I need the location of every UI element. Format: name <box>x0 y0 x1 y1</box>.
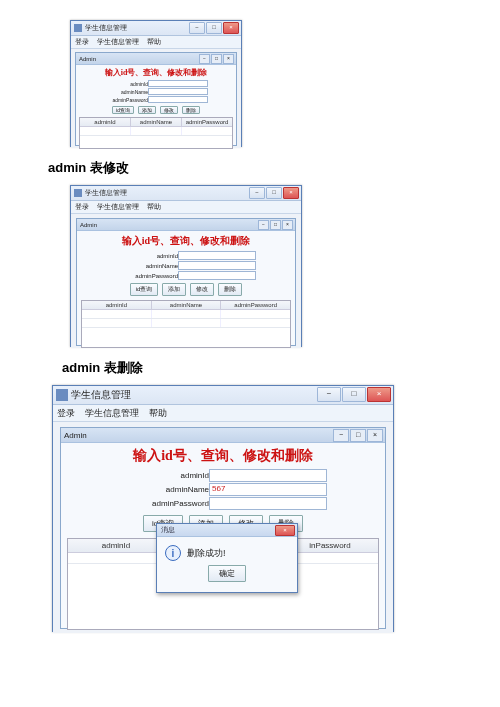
internal-close[interactable]: × <box>367 429 383 442</box>
col-adminpw[interactable]: adminPassword <box>182 118 232 126</box>
internal-min[interactable]: − <box>199 54 210 64</box>
menu-login[interactable]: 登录 <box>75 37 89 47</box>
internal-title: Admin <box>64 431 87 440</box>
label-adminname: adminName <box>116 263 178 269</box>
id-search-button[interactable]: id查询 <box>112 106 134 114</box>
internal-frame-admin: Admin − □ × 输入id号、查询、修改和删除 adminId admin… <box>76 218 296 346</box>
internal-frame-admin: Admin − □ × 输入id号、查询、修改和删除 adminId admin… <box>60 427 386 629</box>
app-icon <box>74 189 82 197</box>
close-button[interactable]: × <box>223 22 239 34</box>
menu-student[interactable]: 学生信息管理 <box>97 37 139 47</box>
close-button[interactable]: × <box>283 187 299 199</box>
input-adminpw[interactable] <box>148 96 208 103</box>
app-title: 学生信息管理 <box>85 188 127 198</box>
internal-close[interactable]: × <box>282 220 293 230</box>
internal-titlebar[interactable]: Admin − □ × <box>61 428 385 443</box>
internal-max[interactable]: □ <box>211 54 222 64</box>
dialog-titlebar[interactable]: 消息 × <box>157 524 297 537</box>
internal-title: Admin <box>79 56 96 62</box>
internal-close[interactable]: × <box>223 54 234 64</box>
modify-button[interactable]: 修改 <box>160 106 178 114</box>
col-adminid[interactable]: adminId <box>82 301 152 309</box>
table-row[interactable] <box>82 310 290 319</box>
menu-help[interactable]: 帮助 <box>147 202 161 212</box>
input-adminpw[interactable] <box>178 271 256 280</box>
app-icon <box>74 24 82 32</box>
menu-login[interactable]: 登录 <box>75 202 89 212</box>
app-title: 学生信息管理 <box>71 388 131 402</box>
label-adminid: adminId <box>119 471 209 480</box>
message-dialog: 消息 × i 删除成功! 确定 <box>156 523 298 593</box>
minimize-button[interactable]: − <box>249 187 265 199</box>
col-adminid[interactable]: adminId <box>80 118 131 126</box>
internal-frame-admin: Admin − □ × 输入id号、查询、修改和删除 adminId admin… <box>75 52 237 146</box>
minimize-button[interactable]: − <box>317 387 341 402</box>
delete-button[interactable]: 删除 <box>182 106 200 114</box>
info-icon: i <box>165 545 181 561</box>
menubar: 登录 学生信息管理 帮助 <box>71 201 301 214</box>
input-adminid[interactable] <box>209 469 327 482</box>
titlebar[interactable]: 学生信息管理 − □ × <box>53 386 393 405</box>
maximize-button[interactable]: □ <box>342 387 366 402</box>
menubar: 登录 学生信息管理 帮助 <box>53 405 393 422</box>
menu-student[interactable]: 学生信息管理 <box>97 202 139 212</box>
internal-titlebar[interactable]: Admin − □ × <box>77 219 295 231</box>
col-adminname[interactable]: adminName <box>152 301 222 309</box>
maximize-button[interactable]: □ <box>266 187 282 199</box>
add-button[interactable]: 添加 <box>138 106 156 114</box>
menu-help[interactable]: 帮助 <box>147 37 161 47</box>
menu-student[interactable]: 学生信息管理 <box>85 407 139 420</box>
col-adminname[interactable]: adminName <box>131 118 182 126</box>
admin-table[interactable]: adminId adminName adminPassword <box>81 300 291 348</box>
window-admin-small1: 学生信息管理 − □ × 登录 学生信息管理 帮助 Admin − □ × 输入… <box>70 20 242 147</box>
col-adminid[interactable]: adminId <box>68 539 165 552</box>
input-adminname[interactable]: 567 <box>209 483 327 496</box>
table-row[interactable] <box>82 319 290 328</box>
add-button[interactable]: 添加 <box>162 283 186 296</box>
dialog-ok-button[interactable]: 确定 <box>208 565 246 582</box>
modify-button[interactable]: 修改 <box>190 283 214 296</box>
col-adminpw[interactable]: adminPassword <box>221 301 290 309</box>
delete-button[interactable]: 删除 <box>218 283 242 296</box>
menu-help[interactable]: 帮助 <box>149 407 167 420</box>
label-adminname: adminName <box>119 485 209 494</box>
internal-title: Admin <box>80 222 97 228</box>
minimize-button[interactable]: − <box>189 22 205 34</box>
label-adminpw: adminPassword <box>116 273 178 279</box>
button-row: id查询 添加 修改 删除 <box>77 283 295 296</box>
input-adminpw[interactable] <box>209 497 327 510</box>
label-adminpw: adminPassword <box>104 97 148 103</box>
admin-table[interactable]: adminId adminName adminPassword <box>79 117 233 149</box>
panel-heading: 输入id号、查询、修改和删除 <box>76 65 236 79</box>
panel-heading: 输入id号、查询、修改和删除 <box>61 443 385 468</box>
input-adminid[interactable] <box>148 80 208 87</box>
workarea: Admin − □ × 输入id号、查询、修改和删除 adminId admin… <box>71 214 301 348</box>
internal-max[interactable]: □ <box>270 220 281 230</box>
maximize-button[interactable]: □ <box>206 22 222 34</box>
id-search-button[interactable]: id查询 <box>130 283 159 296</box>
internal-min[interactable]: − <box>333 429 349 442</box>
input-adminname[interactable] <box>148 88 208 95</box>
section-title-delete: admin 表删除 <box>62 359 460 377</box>
window-admin-modify: 学生信息管理 − □ × 登录 学生信息管理 帮助 Admin − □ × 输入… <box>70 185 302 347</box>
workarea: Admin − □ × 输入id号、查询、修改和删除 adminId admin… <box>71 49 241 148</box>
internal-max[interactable]: □ <box>350 429 366 442</box>
app-title: 学生信息管理 <box>85 23 127 33</box>
internal-titlebar[interactable]: Admin − □ × <box>76 53 236 65</box>
table-row[interactable] <box>80 127 232 136</box>
input-adminname[interactable] <box>178 261 256 270</box>
close-button[interactable]: × <box>367 387 391 402</box>
internal-min[interactable]: − <box>258 220 269 230</box>
titlebar[interactable]: 学生信息管理 − □ × <box>71 186 301 201</box>
workarea: Admin − □ × 输入id号、查询、修改和删除 adminId admin… <box>53 422 393 633</box>
button-row: id查询 添加 修改 删除 <box>76 106 236 114</box>
window-admin-delete: 学生信息管理 − □ × 登录 学生信息管理 帮助 Admin − □ × 输入… <box>52 385 394 632</box>
menu-login[interactable]: 登录 <box>57 407 75 420</box>
titlebar[interactable]: 学生信息管理 − □ × <box>71 21 241 36</box>
input-adminid[interactable] <box>178 251 256 260</box>
label-adminpw: adminPassword <box>119 499 209 508</box>
app-icon <box>56 389 68 401</box>
dialog-close-button[interactable]: × <box>275 525 295 536</box>
menubar: 登录 学生信息管理 帮助 <box>71 36 241 49</box>
panel-heading: 输入id号、查询、修改和删除 <box>77 231 295 250</box>
